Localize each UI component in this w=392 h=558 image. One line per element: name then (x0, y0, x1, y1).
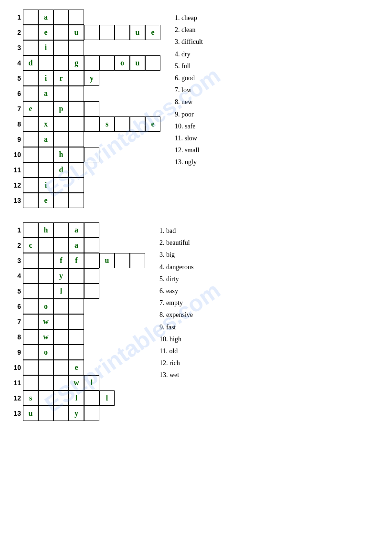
cell (23, 360, 38, 375)
cell: w (38, 314, 53, 329)
cell: u (99, 253, 115, 268)
cell (99, 25, 115, 40)
row-num: 2 (10, 242, 23, 249)
cell: c (23, 238, 38, 253)
row-num: 11 (10, 166, 23, 174)
word-list-item: 4. dry (175, 48, 251, 60)
row-num: 8 (10, 333, 23, 341)
cell (53, 10, 69, 25)
word-list-item: 11. slow (175, 132, 251, 144)
puzzle-row-1-10: 10 h (10, 147, 160, 162)
cell (84, 147, 99, 162)
row-num: 1 (10, 226, 23, 234)
puzzle-row-1-3: 3 i (10, 40, 160, 55)
row-num: 13 (10, 197, 23, 204)
cell (23, 71, 38, 86)
cell: o (38, 299, 53, 314)
cell (130, 253, 145, 268)
cell (38, 406, 53, 421)
cell: r (53, 71, 69, 86)
cell (38, 390, 53, 406)
cell (53, 390, 69, 406)
puzzle-section-2: 1 h a 2 c a 3 f f (10, 222, 382, 421)
word-list-item: 8. new (175, 96, 251, 108)
word-list-item: 5. full (175, 60, 251, 72)
cell (23, 40, 38, 55)
cell: o (38, 345, 53, 360)
cell (69, 101, 84, 116)
cell (69, 268, 84, 284)
puzzle-row-2-8: 8 w (10, 329, 145, 345)
row-num: 7 (10, 318, 23, 326)
cell (23, 314, 38, 329)
row-num: 4 (10, 59, 23, 67)
cell: e (69, 360, 84, 375)
word-list-item: 1. cheap (175, 12, 251, 24)
puzzle-row-1-13: 13 e (10, 193, 160, 208)
cell: w (38, 329, 53, 345)
word-list-item: 9. fast (159, 321, 236, 333)
word-list-item: 7. low (175, 84, 251, 96)
cell (38, 268, 53, 284)
cell: e (38, 193, 53, 208)
cell (53, 222, 69, 238)
cell: y (69, 406, 84, 421)
word-list-item: 3. difficult (175, 36, 251, 48)
cell (23, 375, 38, 390)
cell (23, 193, 38, 208)
cell (23, 253, 38, 268)
cell: e (38, 25, 53, 40)
cell (145, 55, 160, 71)
cell: e (145, 25, 160, 40)
row-num: 8 (10, 120, 23, 128)
puzzle-row-2-5: 5 l (10, 284, 145, 299)
cell: s (23, 390, 38, 406)
cell (84, 284, 99, 299)
cell: l (84, 375, 99, 390)
cell (38, 284, 53, 299)
cell (115, 116, 130, 132)
puzzle-row-2-6: 6 o (10, 299, 145, 314)
cell: p (53, 101, 69, 116)
puzzle-row-2-4: 4 y (10, 268, 145, 284)
puzzle-grid-2: 1 h a 2 c a 3 f f (10, 222, 145, 421)
cell (69, 314, 84, 329)
cell: s (99, 116, 115, 132)
cell: i (38, 40, 53, 55)
cell (23, 132, 38, 147)
puzzle-row-1-11: 11 d (10, 162, 160, 178)
word-list-item: 6. good (175, 72, 251, 84)
cell (84, 253, 99, 268)
cell: a (38, 10, 53, 25)
cell (69, 284, 84, 299)
puzzle-row-2-11: 11 w l (10, 375, 145, 390)
cell (38, 375, 53, 390)
cell: a (38, 86, 53, 101)
cell: l (53, 284, 69, 299)
word-list-item: 3. big (159, 249, 236, 261)
puzzle-row-1-6: 6 a (10, 86, 160, 101)
row-num: 3 (10, 44, 23, 52)
cell (84, 25, 99, 40)
word-list-item: 13. wet (159, 369, 236, 381)
row-num: 4 (10, 272, 23, 280)
cell (53, 329, 69, 345)
cell (84, 390, 99, 406)
cell (53, 193, 69, 208)
cell (69, 345, 84, 360)
row-num: 9 (10, 348, 23, 356)
cell (69, 40, 84, 55)
cell (69, 329, 84, 345)
puzzle-row-2-2: 2 c a (10, 238, 145, 253)
word-list-item: 2. beautiful (159, 237, 236, 249)
cell (84, 222, 99, 238)
cell (53, 238, 69, 253)
cell (69, 178, 84, 193)
puzzle-row-2-10: 10 e (10, 360, 145, 375)
cell: a (69, 222, 84, 238)
word-list-item: 12. small (175, 144, 251, 156)
cell (53, 375, 69, 390)
cell (23, 329, 38, 345)
cell (53, 178, 69, 193)
cell: e (145, 116, 160, 132)
